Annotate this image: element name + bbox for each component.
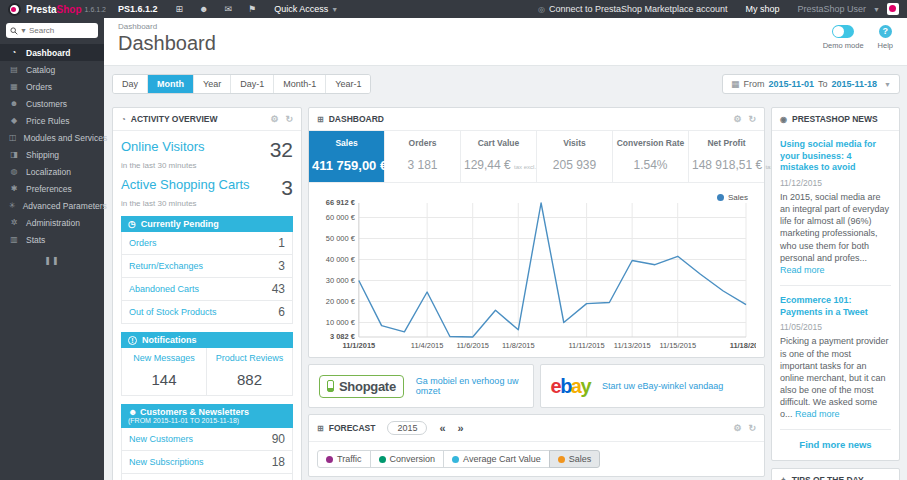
kpi-cart-value[interactable]: Cart Value129,44 € tax excl. xyxy=(461,131,537,182)
list-item-out-of-stock-products[interactable]: Out of Stock Products6 xyxy=(122,301,292,323)
ebay-module-card[interactable]: ebay Start uw eBay-winkel vandaag xyxy=(540,364,766,408)
sidebar-item-price-rules[interactable]: ◆Price Rules xyxy=(0,112,104,129)
gear-icon[interactable]: ⚙ xyxy=(270,114,278,124)
tab-day[interactable]: Day xyxy=(113,75,148,93)
tab-day-1[interactable]: Day-1 xyxy=(231,75,274,93)
activity-stat-active-shopping-carts[interactable]: Active Shopping Carts3in the last 30 min… xyxy=(121,177,293,208)
kpi-sales[interactable]: Sales411 759,00 € tax excl. xyxy=(309,131,385,182)
chart-legend[interactable]: Sales xyxy=(717,193,748,202)
sidebar-item-customers[interactable]: ☻Customers xyxy=(0,95,104,112)
forecast-toggle-average-cart-value[interactable]: Average Cart Value xyxy=(443,450,550,468)
demo-mode-toggle[interactable] xyxy=(832,25,854,38)
list-item-return-exchanges[interactable]: Return/Exchanges3 xyxy=(122,255,292,278)
sidebar-item-catalog[interactable]: ▤Catalog xyxy=(0,61,104,78)
demo-mode-control[interactable]: Demo mode xyxy=(823,25,864,50)
list-item-new-customers[interactable]: New Customers90 xyxy=(122,428,292,451)
sidebar-search[interactable]: ▼ xyxy=(6,23,98,38)
kpi-suffix: tax excl. xyxy=(514,164,536,170)
help-control[interactable]: ? Help xyxy=(878,25,893,50)
notification-cell-product-reviews[interactable]: Product Reviews882 xyxy=(207,348,292,395)
tab-month[interactable]: Month xyxy=(148,75,194,93)
marketplace-icon: ◎ xyxy=(538,5,545,14)
find-more-news-link[interactable]: Find more news xyxy=(780,439,891,450)
marketplace-link[interactable]: ◎Connect to PrestaShop Marketplace accou… xyxy=(538,4,728,14)
collapse-sidebar-button[interactable]: ❚❚ xyxy=(44,256,59,265)
cart-icon[interactable]: ⊞ xyxy=(176,4,184,14)
list-item-total-subscribers[interactable]: Total Subscribers1308 xyxy=(122,474,292,480)
notification-cell-new-messages[interactable]: New Messages144 xyxy=(122,348,207,395)
kpi-value: 3 181 xyxy=(388,158,457,172)
sidebar-item-label: Stats xyxy=(26,235,45,245)
clock-icon: ◷ xyxy=(128,219,136,229)
shopgate-module-card[interactable]: Shopgate Ga mobiel en verhoog uw omzet xyxy=(308,364,534,408)
search-scope-caret-icon[interactable]: ▼ xyxy=(20,27,27,34)
sidebar-item-orders[interactable]: ▦Orders xyxy=(0,78,104,95)
next-year-button[interactable]: » xyxy=(458,423,464,434)
read-more-link[interactable]: Read more xyxy=(780,265,825,275)
mail-icon[interactable]: ✉ xyxy=(225,4,233,14)
tab-year[interactable]: Year xyxy=(194,75,231,93)
forecast-panel: ⊞ FORECAST 2015 « » ⚙↻ TrafficConversion… xyxy=(308,414,765,477)
phone-icon xyxy=(327,380,334,392)
sidebar-item-stats[interactable]: ▥Stats xyxy=(0,231,104,248)
activity-stat-online-visitors[interactable]: Online Visitors32in the last 30 minutes xyxy=(121,139,293,170)
row-value: 43 xyxy=(272,282,285,296)
my-shop-link[interactable]: My shop xyxy=(746,4,780,14)
notification-icon: ! xyxy=(128,336,137,345)
kpi-value: 1.54% xyxy=(616,158,685,172)
sidebar-item-dashboard[interactable]: ◔Dashboard xyxy=(0,44,104,61)
list-item-orders[interactable]: Orders1 xyxy=(122,232,292,255)
news-article-title[interactable]: Ecommerce 101: Payments in a Tweet xyxy=(780,295,891,318)
gear-icon[interactable]: ⚙ xyxy=(733,114,741,124)
kpi-conversion-rate[interactable]: Conversion Rate1.54% xyxy=(613,131,689,182)
sidebar-menu: ◔Dashboard▤Catalog▦Orders☻Customers◆Pric… xyxy=(0,44,104,248)
forecast-toggle-traffic[interactable]: Traffic xyxy=(317,450,371,468)
previous-year-button[interactable]: « xyxy=(439,423,445,434)
sidebar-item-preferences[interactable]: ✱Preferences xyxy=(0,180,104,197)
kpi-net-profit[interactable]: Net Profit148 918,51 € tax excl. xyxy=(689,131,764,182)
notifications-header: !Notifications xyxy=(121,332,293,348)
ebay-link[interactable]: Start uw eBay-winkel vandaag xyxy=(602,381,723,391)
user-avatar xyxy=(887,3,899,15)
person-icon[interactable]: ☻ xyxy=(199,4,208,14)
read-more-link[interactable]: Read more xyxy=(795,409,840,419)
svg-text:66 912 €: 66 912 € xyxy=(326,198,356,207)
sidebar-item-localization[interactable]: ◍Localization xyxy=(0,163,104,180)
sidebar-item-modules-and-services[interactable]: ◫Modules and Services xyxy=(0,129,104,146)
trophy-icon[interactable]: ⚑ xyxy=(248,4,256,14)
list-item-new-subscriptions[interactable]: New Subscriptions18 xyxy=(122,451,292,474)
shopgate-link[interactable]: Ga mobiel en verhoog uw omzet xyxy=(416,376,523,396)
kpi-label: Orders xyxy=(388,138,457,148)
sidebar-item-shipping[interactable]: ◨Shipping xyxy=(0,146,104,163)
kpi-orders[interactable]: Orders3 181 xyxy=(385,131,461,182)
kpi-label: Net Profit xyxy=(692,138,761,148)
page-header: Dashboard Dashboard Demo mode ? Help xyxy=(104,18,907,66)
rss-icon: ◉ xyxy=(780,115,787,124)
stat-label: Active Shopping Carts xyxy=(121,177,250,192)
main-area: Dashboard Dashboard Demo mode ? Help D xyxy=(104,18,907,480)
sidebar-item-administration[interactable]: ✲Administration xyxy=(0,214,104,231)
quick-access-menu[interactable]: Quick Access▼ xyxy=(274,4,338,14)
refresh-icon[interactable]: ↻ xyxy=(748,423,756,433)
refresh-icon[interactable]: ↻ xyxy=(748,114,756,124)
tab-month-1[interactable]: Month-1 xyxy=(274,75,326,93)
forecast-toggle-sales[interactable]: Sales xyxy=(549,450,601,468)
user-menu[interactable]: PrestaShop User▼ xyxy=(798,3,899,15)
wrench-icon: ✱ xyxy=(9,184,19,193)
kpi-value: 148 918,51 € tax excl. xyxy=(692,158,761,172)
sidebar-item-advanced-parameters[interactable]: ✳Advanced Parameters xyxy=(0,197,104,214)
forecast-toggle-label: Traffic xyxy=(337,454,362,464)
date-from-value: 2015-11-01 xyxy=(768,79,814,89)
refresh-icon[interactable]: ↻ xyxy=(285,114,293,124)
forecast-toggle-conversion[interactable]: Conversion xyxy=(370,450,445,468)
kpi-visits[interactable]: Visits205 939 xyxy=(537,131,613,182)
gear-icon[interactable]: ⚙ xyxy=(733,423,741,433)
sidebar-item-label: Catalog xyxy=(26,65,55,75)
help-icon[interactable]: ? xyxy=(879,25,892,38)
list-item-abandoned-carts[interactable]: Abandoned Carts43 xyxy=(122,278,292,301)
date-range-picker[interactable]: ▦ From 2015-11-01 To 2015-11-18 ▼ xyxy=(722,74,900,94)
search-input[interactable] xyxy=(29,26,87,35)
notification-value: 882 xyxy=(211,371,288,388)
tab-year-1[interactable]: Year-1 xyxy=(326,75,370,93)
news-article-title[interactable]: Using social media for your business: 4 … xyxy=(780,139,891,174)
